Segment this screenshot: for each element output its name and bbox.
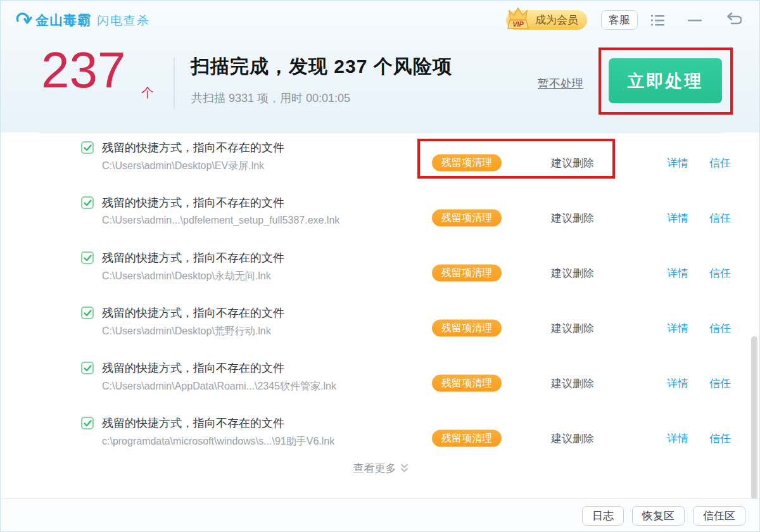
risk-advice: 建议删除: [551, 431, 594, 445]
scrollbar-thumb[interactable]: [751, 336, 757, 500]
app-logo-icon: [15, 10, 34, 31]
detail-link[interactable]: 详情: [667, 210, 688, 225]
minimize-icon[interactable]: [687, 13, 703, 30]
row-checkbox-checked[interactable]: [81, 417, 94, 429]
row-checkbox-checked[interactable]: [81, 141, 94, 154]
antivirus-window: 金山毒霸 闪电查杀 成为会员 VIP 客服 237 个 扫描完成，发现 237 …: [0, 0, 760, 532]
risk-category-badge: 残留项清理: [432, 209, 502, 226]
trust-zone-button[interactable]: 信任区: [693, 506, 745, 526]
app-mode-title: 闪电查杀: [97, 13, 150, 29]
view-more-link[interactable]: 查看更多: [1, 461, 760, 476]
scan-result-row: 残留的快捷方式，指向不存在的文件 c:\programdata\microsof…: [1, 410, 760, 466]
risk-description: 残留的快捷方式，指向不存在的文件: [102, 195, 339, 210]
scan-result-row: 残留的快捷方式，指向不存在的文件 C:\Users\admin\Desktop\…: [1, 300, 760, 355]
trust-link[interactable]: 信任: [709, 155, 731, 170]
risk-file-path: C:\Users\admin\AppData\Roami...\2345软件管家…: [102, 380, 336, 393]
menu-list-icon[interactable]: [650, 13, 666, 30]
risk-description: 残留的快捷方式，指向不存在的文件: [102, 360, 336, 376]
back-undo-icon[interactable]: [724, 11, 742, 31]
svg-text:VIP: VIP: [512, 20, 524, 28]
row-text-block: 残留的快捷方式，指向不存在的文件 C:\Users\admin\AppData\…: [102, 360, 336, 393]
skip-link[interactable]: 暂不处理: [538, 76, 583, 91]
row-text-block: 残留的快捷方式，指向不存在的文件 c:\programdata\microsof…: [102, 415, 334, 448]
detail-link[interactable]: 详情: [667, 155, 688, 170]
scan-result-row: 残留的快捷方式，指向不存在的文件 C:\Users\admin...\pdfel…: [1, 190, 760, 245]
risk-category-badge: 残留项清理: [432, 374, 502, 391]
risk-description: 残留的快捷方式，指向不存在的文件: [102, 250, 284, 265]
vip-label: 成为会员: [535, 13, 578, 27]
row-checkbox-checked[interactable]: [81, 362, 94, 374]
support-label: 客服: [609, 13, 630, 27]
row-text-block: 残留的快捷方式，指向不存在的文件 C:\Users\admin\Desktop\…: [102, 305, 284, 338]
header-divider: [174, 58, 175, 110]
risk-category-badge: 残留项清理: [432, 154, 502, 171]
risk-advice: 建议删除: [551, 320, 594, 335]
detail-link[interactable]: 详情: [667, 376, 688, 390]
risk-advice: 建议删除: [551, 265, 594, 280]
risk-file-path: C:\Users\admin\Desktop\永劫无间.lnk: [102, 270, 284, 283]
risk-advice: 建议删除: [551, 155, 594, 170]
customer-support-button[interactable]: 客服: [601, 10, 638, 30]
app-title: 金山毒霸: [35, 11, 91, 29]
risk-category-badge: 残留项清理: [432, 429, 502, 446]
risk-count-unit: 个: [141, 84, 154, 101]
detail-link[interactable]: 详情: [667, 320, 688, 335]
risk-file-path: C:\Users\admin...\pdfelement_setup_full5…: [102, 215, 339, 226]
risk-file-path: C:\Users\admin\Desktop\荒野行动.lnk: [102, 325, 284, 338]
risk-category-badge: 残留项清理: [432, 264, 502, 281]
process-label: 立即处理: [628, 70, 704, 92]
process-now-button[interactable]: 立即处理: [609, 58, 722, 103]
scan-result-row: 残留的快捷方式，指向不存在的文件 C:\Users\admin\Desktop\…: [1, 245, 760, 300]
row-text-block: 残留的快捷方式，指向不存在的文件 C:\Users\admin\Desktop\…: [102, 140, 284, 173]
log-button[interactable]: 日志: [582, 506, 624, 526]
trust-link[interactable]: 信任: [709, 376, 731, 390]
risk-advice: 建议删除: [551, 210, 594, 225]
vip-crown-icon: VIP: [503, 4, 535, 34]
trust-link[interactable]: 信任: [709, 431, 731, 445]
row-text-block: 残留的快捷方式，指向不存在的文件 C:\Users\admin...\pdfel…: [102, 195, 339, 226]
scan-result-row: 残留的快捷方式，指向不存在的文件 C:\Users\admin\Desktop\…: [1, 135, 760, 190]
double-chevron-down-icon: [400, 464, 408, 473]
row-checkbox-checked[interactable]: [81, 196, 94, 209]
detail-link[interactable]: 详情: [667, 431, 688, 445]
list-top-divider: [40, 132, 724, 133]
detail-link[interactable]: 详情: [667, 265, 688, 280]
footer-bar: 日志 恢复区 信任区: [1, 498, 760, 532]
row-checkbox-checked[interactable]: [81, 307, 94, 319]
risk-advice: 建议删除: [551, 376, 594, 390]
view-more-label: 查看更多: [353, 461, 396, 476]
risk-file-path: C:\Users\admin\Desktop\EV录屏.lnk: [102, 160, 284, 173]
scan-summary: 共扫描 9331 项，用时 00:01:05: [191, 91, 350, 106]
risk-file-path: c:\programdata\microsoft\windows\s...\91…: [102, 435, 334, 448]
risk-count: 237: [41, 42, 125, 98]
scan-result-row: 残留的快捷方式，指向不存在的文件 C:\Users\admin\AppData\…: [1, 355, 760, 410]
scan-list: 残留的快捷方式，指向不存在的文件 C:\Users\admin\Desktop\…: [1, 135, 760, 466]
risk-description: 残留的快捷方式，指向不存在的文件: [102, 305, 284, 320]
row-checkbox-checked[interactable]: [81, 251, 94, 264]
risk-description: 残留的快捷方式，指向不存在的文件: [102, 140, 284, 155]
scan-result-title: 扫描完成，发现 237 个风险项: [191, 54, 452, 80]
row-text-block: 残留的快捷方式，指向不存在的文件 C:\Users\admin\Desktop\…: [102, 250, 284, 283]
risk-category-badge: 残留项清理: [432, 319, 502, 336]
trust-link[interactable]: 信任: [709, 210, 731, 225]
risk-description: 残留的快捷方式，指向不存在的文件: [102, 415, 334, 431]
trust-link[interactable]: 信任: [709, 320, 731, 335]
trust-link[interactable]: 信任: [709, 265, 731, 280]
recovery-zone-button[interactable]: 恢复区: [632, 506, 685, 526]
